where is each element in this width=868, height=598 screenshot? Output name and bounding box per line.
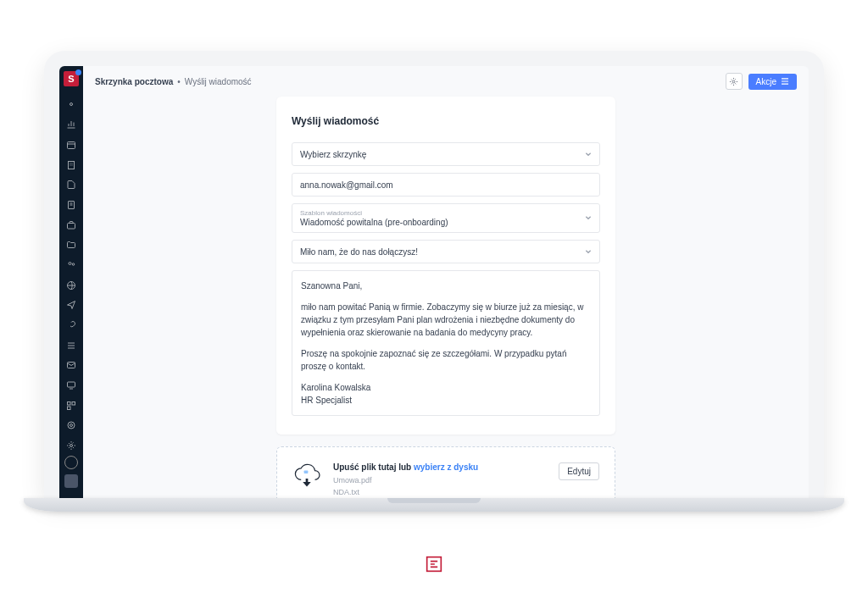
nav-chart-icon[interactable] bbox=[65, 119, 77, 130]
subject-value: Miło nam, że do nas dołączysz! bbox=[300, 247, 418, 257]
brand-footer-icon bbox=[426, 556, 442, 573]
nav-file-icon[interactable] bbox=[65, 179, 77, 191]
breadcrumb-parent[interactable]: Skrzynka pocztowa bbox=[95, 77, 173, 86]
file-item: Umowa.pdf bbox=[333, 475, 547, 487]
upload-title: Upuść plik tutaj lub wybierz z dysku bbox=[333, 462, 547, 472]
upload-zone[interactable]: Upuść plik tutaj lub wybierz z dysku Umo… bbox=[276, 446, 615, 498]
nav-folder-icon[interactable] bbox=[65, 239, 77, 251]
nav-link-icon[interactable] bbox=[65, 319, 77, 331]
svg-point-5 bbox=[69, 262, 71, 264]
user-avatar[interactable] bbox=[64, 456, 78, 469]
settings-button[interactable] bbox=[726, 73, 743, 90]
mailbox-placeholder: Wybierz skrzynkę bbox=[300, 150, 366, 159]
svg-rect-17 bbox=[304, 471, 309, 473]
nav-list-icon[interactable] bbox=[65, 340, 77, 352]
app-logo[interactable]: S bbox=[64, 71, 79, 86]
subject-input[interactable]: Miło nam, że do nas dołączysz! bbox=[292, 240, 600, 263]
nav-dashboard-icon[interactable] bbox=[65, 99, 77, 111]
chevron-down-icon bbox=[577, 213, 599, 223]
svg-rect-10 bbox=[68, 401, 71, 405]
nav-calendar-icon[interactable] bbox=[65, 139, 77, 151]
compose-card: Wyślij wiadomość Wybierz skrzynkę anna.n… bbox=[276, 97, 615, 435]
body-sign-role: HR Specjalist bbox=[301, 396, 352, 405]
help-button[interactable] bbox=[64, 474, 78, 488]
nav-building-icon[interactable] bbox=[65, 159, 77, 171]
breadcrumb: Skrzynka pocztowa • Wyślij wiadomość bbox=[95, 77, 252, 86]
svg-point-14 bbox=[70, 424, 73, 427]
actions-button[interactable]: Akcje bbox=[748, 74, 797, 90]
svg-point-0 bbox=[70, 103, 73, 106]
upload-cloud-icon bbox=[292, 462, 321, 495]
svg-point-16 bbox=[732, 80, 735, 83]
nav-send-icon[interactable] bbox=[65, 299, 77, 311]
chevron-down-icon bbox=[577, 247, 599, 257]
template-value: Wiadomość powitalna (pre-onboarding) bbox=[300, 218, 448, 227]
mailbox-select[interactable]: Wybierz skrzynkę bbox=[292, 142, 600, 166]
breadcrumb-current: Wyślij wiadomość bbox=[185, 77, 252, 86]
file-item: NDA.txt bbox=[333, 487, 547, 499]
nav-target-icon[interactable] bbox=[65, 420, 77, 432]
svg-rect-4 bbox=[68, 223, 75, 229]
body-p2: Proszę na spokojnie zapoznać się ze szcz… bbox=[301, 347, 591, 373]
chevron-down-icon bbox=[577, 150, 599, 159]
edit-button[interactable]: Edytuj bbox=[559, 462, 599, 480]
nav-grid-icon[interactable] bbox=[65, 400, 77, 412]
menu-icon bbox=[781, 78, 789, 85]
actions-label: Akcje bbox=[756, 77, 776, 86]
laptop-frame: S S bbox=[44, 51, 824, 498]
recipient-input[interactable]: anna.nowak@gmail.com bbox=[292, 173, 600, 197]
page-title: Wyślij wiadomość bbox=[292, 115, 600, 127]
body-p1: miło nam powitać Panią w firmie. Zobaczy… bbox=[301, 301, 591, 339]
body-sign-name: Karolina Kowalska bbox=[301, 383, 370, 392]
nav-mail-icon[interactable] bbox=[65, 360, 77, 372]
nav-users-icon[interactable] bbox=[65, 259, 77, 271]
body-greeting: Szanowna Pani, bbox=[301, 280, 591, 292]
upload-browse-link[interactable]: wybierz z dysku bbox=[414, 462, 478, 472]
svg-rect-2 bbox=[69, 161, 75, 169]
template-float-label: Szablon wiadomości bbox=[300, 209, 570, 217]
topbar: Skrzynka pocztowa • Wyślij wiadomość Akc… bbox=[83, 66, 809, 97]
svg-point-6 bbox=[72, 263, 75, 266]
svg-rect-11 bbox=[72, 401, 75, 405]
nav-briefcase-icon[interactable] bbox=[65, 219, 77, 231]
main-content: Skrzynka pocztowa • Wyślij wiadomość Akc… bbox=[83, 66, 809, 498]
gear-icon bbox=[729, 77, 738, 86]
nav-globe-icon[interactable] bbox=[65, 280, 77, 291]
recipient-value: anna.nowak@gmail.com bbox=[300, 180, 393, 190]
sidebar-nav: S bbox=[59, 66, 83, 498]
svg-rect-9 bbox=[68, 382, 75, 387]
breadcrumb-sep: • bbox=[177, 77, 181, 86]
template-select[interactable]: Szablon wiadomości Wiadomość powitalna (… bbox=[292, 203, 600, 233]
svg-rect-1 bbox=[68, 141, 75, 148]
svg-point-13 bbox=[68, 422, 75, 429]
svg-rect-12 bbox=[68, 407, 71, 410]
nav-document-icon[interactable] bbox=[65, 199, 77, 211]
message-body[interactable]: Szanowna Pani, miło nam powitać Panią w … bbox=[292, 270, 600, 416]
upload-file-list: Umowa.pdf NDA.txt Skierowanie do medycyn… bbox=[333, 475, 547, 498]
laptop-base bbox=[24, 498, 844, 512]
nav-monitor-icon[interactable] bbox=[65, 379, 77, 391]
app-screen: S S bbox=[59, 66, 809, 498]
svg-point-15 bbox=[70, 445, 73, 447]
nav-settings-icon[interactable] bbox=[65, 440, 77, 451]
